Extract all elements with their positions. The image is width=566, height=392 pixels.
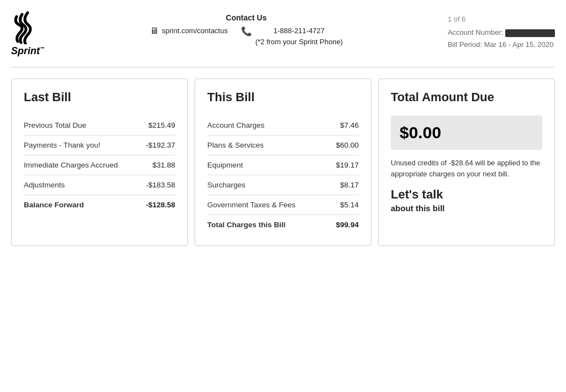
this-bill-amount-2: $19.17 [336,161,359,169]
phone-contact: 📞 1-888-211-4727 (*2 from your Sprint Ph… [241,25,343,47]
last-bill-amount-1: -$192.37 [146,141,175,149]
contact-section: Contact Us 🖥 sprint.com/contactus 📞 1-88… [45,11,448,47]
last-bill-label-0: Previous Total Due [24,121,86,129]
this-bill-amount-4: $5.14 [340,201,359,209]
cards-row: Last Bill Previous Total Due $215.49 Pay… [11,79,555,246]
this-bill-total: Total Charges this Bill $99.94 [207,215,359,234]
account-info-section: 1 of 6 Account Number: Bill Period: Mar … [448,11,555,51]
cta-heading: Let's talk about this bill [391,187,542,213]
this-bill-label-2: Equipment [207,161,243,169]
total-due-title: Total Amount Due [391,90,542,104]
logo-area: Sprint™ [11,11,45,57]
last-bill-total: Balance Forward -$128.58 [24,195,175,215]
account-label: Account Number: [448,28,503,36]
last-bill-label-3: Adjustments [24,181,65,189]
this-bill-label-0: Account Charges [207,121,265,129]
this-bill-item-1: Plans & Services $60.00 [207,135,359,155]
last-bill-label-2: Immediate Charges Accrued [24,161,118,169]
last-bill-total-amount: -$128.58 [146,201,175,209]
account-number-line: Account Number: [448,27,555,39]
total-amount-value: $0.00 [400,123,533,142]
web-contact: 🖥 sprint.com/contactus [150,25,228,36]
this-bill-title: This Bill [207,90,359,104]
bill-period: Bill Period: Mar 16 - Apr 15, 2020 [448,39,555,51]
logo-text: Sprint™ [11,45,45,57]
cta-line2: about this bill [391,203,542,214]
cta-line1: Let's talk [391,187,542,203]
this-bill-item-2: Equipment $19.17 [207,155,359,175]
phone-note: (*2 from your Sprint Phone) [255,36,343,48]
this-bill-total-label: Total Charges this Bill [207,221,286,229]
this-bill-item-3: Surcharges $8.17 [207,175,359,195]
phone-icon: 📞 [241,26,252,36]
last-bill-item-1: Payments - Thank you! -$192.37 [24,135,175,155]
account-number-redacted [505,29,555,37]
total-amount-box: $0.00 [391,116,542,150]
this-bill-label-4: Government Taxes & Fees [207,201,296,209]
last-bill-total-label: Balance Forward [24,201,84,209]
last-bill-label-1: Payments - Thank you! [24,141,101,149]
this-bill-item-0: Account Charges $7.46 [207,116,359,135]
sprint-logo-icon [11,11,44,44]
last-bill-title: Last Bill [24,90,175,104]
contact-methods: 🖥 sprint.com/contactus 📞 1-888-211-4727 … [45,25,448,47]
this-bill-amount-0: $7.46 [340,121,359,129]
last-bill-item-0: Previous Total Due $215.49 [24,116,175,135]
last-bill-item-2: Immediate Charges Accrued $31.88 [24,155,175,175]
last-bill-amount-0: $215.49 [148,121,175,129]
page-indicator: 1 of 6 [448,13,555,25]
this-bill-card: This Bill Account Charges $7.46 Plans & … [195,79,371,246]
this-bill-amount-3: $8.17 [340,181,359,189]
this-bill-total-amount: $99.94 [336,221,359,229]
last-bill-item-3: Adjustments -$183.58 [24,175,175,195]
this-bill-item-4: Government Taxes & Fees $5.14 [207,195,359,215]
this-bill-label-1: Plans & Services [207,141,264,149]
credits-note: Unused credits of -$28.64 will be applie… [391,158,542,179]
contact-title: Contact Us [45,13,448,22]
this-bill-label-3: Surcharges [207,181,245,189]
computer-icon: 🖥 [150,26,159,36]
last-bill-card: Last Bill Previous Total Due $215.49 Pay… [11,79,188,246]
this-bill-amount-1: $60.00 [336,141,359,149]
last-bill-amount-2: $31.88 [153,161,175,169]
last-bill-amount-3: -$183.58 [146,181,175,189]
page-header: Sprint™ Contact Us 🖥 sprint.com/contactu… [11,11,555,67]
total-due-card: Total Amount Due $0.00 Unused credits of… [378,79,555,246]
phone-number: 1-888-211-4727 [255,25,343,36]
web-url: sprint.com/contactus [162,25,228,36]
phone-info: 1-888-211-4727 (*2 from your Sprint Phon… [255,25,343,47]
